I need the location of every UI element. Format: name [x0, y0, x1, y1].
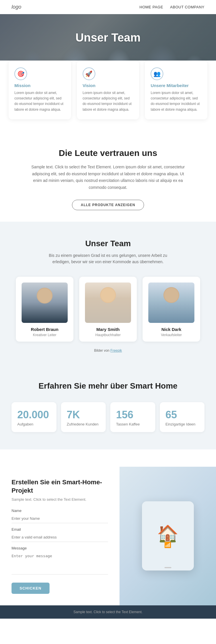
email-input[interactable]	[12, 533, 108, 542]
mission-icon: 🎯	[14, 67, 27, 80]
stat-ideas: 65 Einzigartige Ideen	[160, 402, 205, 432]
name-input[interactable]	[12, 514, 108, 523]
team-role-mary: Hauptbuchhalter	[84, 333, 132, 337]
hero-title: Unser Team	[75, 31, 141, 44]
wifi-icon: 📶	[164, 541, 171, 548]
avatar-nick	[148, 283, 194, 323]
form-group-name: Name	[12, 509, 108, 523]
submit-button[interactable]: SCHICKEN	[12, 583, 50, 594]
form-group-message: Message	[12, 546, 108, 576]
card-employees-title: Unsere Mitarbeiter	[151, 83, 202, 88]
nav-about[interactable]: ABOUT COMPANY	[170, 5, 204, 9]
team-name-robert: Robert Braun	[20, 327, 69, 332]
stats-grid: 20.000 Aufgaben 7K Zufriedene Kunden 156…	[12, 402, 204, 432]
email-label: Email	[12, 527, 108, 532]
team-card-mary: Mary Smith Hauptbuchhalter	[79, 277, 137, 342]
card-mission-text: Lorem ipsum dolor sit amet, consectetur …	[14, 90, 65, 112]
stat-ideas-number: 65	[166, 409, 199, 421]
team-name-mary: Mary Smith	[84, 327, 132, 332]
team-cards: Robert Braun Kreativer Leiter Mary Smith…	[12, 277, 204, 342]
footer: Sample text. Click to select the Text El…	[0, 605, 216, 619]
card-employees-text: Lorem ipsum dolor sit amet, consectetur …	[151, 90, 202, 112]
navigation: logo HOME PAGE ABOUT COMPANY	[0, 0, 216, 14]
team-card-robert: Robert Braun Kreativer Leiter	[16, 277, 73, 342]
card-employees: 👥 Unsere Mitarbeiter Lorem ipsum dolor s…	[145, 61, 207, 119]
message-input[interactable]	[12, 551, 108, 575]
stat-coffee-number: 156	[116, 409, 149, 421]
card-vision-title: Vision	[83, 83, 134, 88]
form-group-email: Email	[12, 527, 108, 542]
trust-text: Sample text. Click to select the Text El…	[30, 164, 186, 191]
team-role-robert: Kreativer Leiter	[20, 333, 69, 337]
team-subtitle: Bis zu einem gewissen Grad ist es uns ge…	[48, 252, 168, 265]
freepik-link[interactable]: Freepik	[110, 349, 122, 353]
avatar-mary	[85, 283, 131, 323]
card-mission: 🎯 Mission Lorem ipsum dolor sit amet, co…	[9, 61, 71, 119]
team-role-nick: Verkaufsleiter	[147, 333, 196, 337]
stat-customers: 7K Zufriedene Kunden	[61, 402, 106, 432]
tablet-illustration: 🏠 📶	[142, 501, 194, 570]
cards-section: 🎯 Mission Lorem ipsum dolor sit amet, co…	[0, 61, 216, 131]
team-section: Unser Team Bis zu einem gewissen Grad is…	[0, 222, 216, 364]
stat-ideas-label: Einzigartige Ideen	[166, 422, 199, 426]
stats-heading: Erfahren Sie mehr über Smart Home	[12, 381, 204, 391]
employees-icon: 👥	[151, 67, 163, 80]
stat-customers-label: Zufriedene Kunden	[67, 422, 100, 426]
footer-text: Sample text. Click to select the Text El…	[12, 610, 204, 614]
stat-coffee-label: Tassen Kaffee	[116, 422, 149, 426]
card-mission-title: Mission	[14, 83, 65, 88]
card-vision: 🚀 Vision Lorem ipsum dolor sit amet, con…	[77, 61, 139, 119]
stat-tasks-number: 20.000	[17, 409, 51, 421]
contact-section: Erstellen Sie ein Smart-Home-Projekt Sam…	[0, 449, 216, 605]
team-card-nick: Nick Dark Verkaufsleiter	[143, 277, 200, 342]
message-label: Message	[12, 546, 108, 550]
name-label: Name	[12, 509, 108, 513]
nav-home[interactable]: HOME PAGE	[139, 5, 163, 9]
contact-form-side: Erstellen Sie ein Smart-Home-Projekt Sam…	[0, 467, 120, 605]
trust-section: Die Leute vertrauen uns Sample text. Cli…	[0, 131, 216, 222]
card-vision-text: Lorem ipsum dolor sit amet, consectetur …	[83, 90, 134, 112]
team-name-nick: Nick Dark	[147, 327, 196, 332]
vision-icon: 🚀	[83, 67, 95, 80]
all-products-button[interactable]: ALLE PRODUKTE ANZEIGEN	[72, 200, 144, 210]
contact-image-side: 🏠 📶	[120, 467, 216, 605]
contact-subtitle: Sample text. Click to select the Text El…	[12, 497, 108, 502]
trust-heading: Die Leute vertrauen uns	[17, 148, 199, 158]
stat-coffee: 156 Tassen Kaffee	[110, 402, 155, 432]
team-heading: Unser Team	[12, 239, 204, 248]
stats-section: Erfahren Sie mehr über Smart Home 20.000…	[0, 364, 216, 450]
contact-heading: Erstellen Sie ein Smart-Home-Projekt	[12, 478, 108, 495]
logo: logo	[12, 4, 21, 10]
nav-links: HOME PAGE ABOUT COMPANY	[139, 5, 204, 9]
stat-tasks-label: Aufgaben	[17, 422, 51, 426]
avatar-robert	[22, 283, 68, 323]
freepik-credit: Bilder von Freepik	[12, 349, 204, 353]
stat-customers-number: 7K	[67, 409, 100, 421]
stat-tasks: 20.000 Aufgaben	[12, 402, 56, 432]
